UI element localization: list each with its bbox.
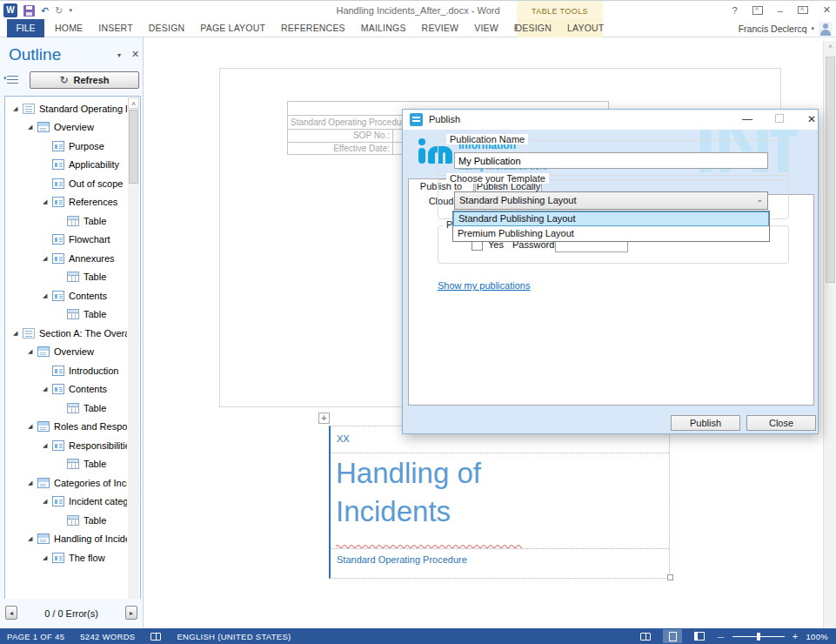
scroll-up-icon[interactable]: ˄ — [824, 43, 836, 50]
tree-item[interactable]: ◢The flow — [6, 548, 127, 567]
zoom-level[interactable]: 100% — [806, 632, 829, 641]
tree-item[interactable]: ◢Contents — [6, 380, 127, 399]
restore-icon[interactable] — [798, 6, 808, 14]
publication-name-input[interactable] — [454, 152, 768, 169]
expander-icon[interactable]: ◢ — [43, 292, 49, 299]
tree-item[interactable]: ◢Overview — [6, 343, 127, 362]
tree-item[interactable]: ◢Responsibilitie — [6, 436, 127, 455]
refresh-button[interactable]: ↻ Refresh — [30, 71, 139, 89]
tree-item[interactable]: ◢Annexures — [6, 249, 127, 268]
tree-item[interactable]: Flowchart — [6, 231, 127, 250]
ribbon-display-icon[interactable] — [752, 6, 763, 15]
tree-item[interactable]: ◢Overview — [6, 118, 127, 138]
expander-icon[interactable]: ◢ — [43, 498, 49, 505]
tree-item[interactable]: ◢Handling of Incide — [6, 530, 127, 549]
document-subtitle[interactable]: Standard Operating Procedure — [337, 554, 467, 565]
zoom-out-icon[interactable]: — — [717, 633, 724, 641]
tree-item[interactable]: Table — [6, 399, 127, 418]
tree-item[interactable]: ◢Contents — [6, 286, 127, 305]
ribbon-tab-home[interactable]: HOME — [47, 19, 90, 37]
tree-item[interactable]: Applicability — [6, 156, 127, 175]
tab-file[interactable]: FILE — [7, 19, 44, 37]
outline-levels-button[interactable] — [7, 72, 26, 88]
tree-item[interactable]: Out of scope — [6, 174, 127, 193]
expander-icon[interactable]: ◢ — [43, 386, 49, 392]
avatar[interactable] — [819, 22, 833, 36]
expander-icon[interactable]: ◢ — [43, 554, 49, 561]
ribbon-tab-mailings[interactable]: MAILINGS — [353, 19, 414, 37]
page-indicator[interactable]: PAGE 1 OF 45 — [7, 632, 64, 641]
tree-item[interactable]: Table — [6, 268, 127, 287]
pane-close-icon[interactable]: ✕ — [131, 49, 139, 60]
expander-icon[interactable]: ◢ — [28, 480, 34, 486]
expander-icon[interactable]: ◢ — [43, 198, 49, 205]
tree-item[interactable]: Table — [6, 305, 127, 325]
document-title[interactable]: Handling of Incidents — [336, 454, 481, 531]
expander-icon[interactable]: ◢ — [43, 442, 49, 449]
tree-item[interactable]: ◢Incident categ — [6, 493, 127, 512]
zoom-slider-thumb[interactable] — [757, 633, 760, 641]
dialog-close-icon[interactable]: ✕ — [807, 113, 816, 125]
dropdown-option[interactable]: Premium Publishing Layout — [453, 226, 769, 241]
tree-item[interactable]: ◢Roles and Respon — [6, 418, 127, 437]
tree-item[interactable]: Table — [6, 211, 127, 231]
tree-vscroll-thumb[interactable] — [129, 110, 138, 184]
expander-icon[interactable]: ◢ — [43, 255, 49, 262]
proofing-icon[interactable] — [150, 633, 161, 641]
dropdown-option[interactable]: Standard Publishing Layout — [453, 211, 769, 226]
template-combobox[interactable]: Standard Publishing Layout ⌄ — [454, 191, 768, 210]
expander-icon[interactable]: ◢ — [13, 330, 19, 337]
tree-vertical-scrollbar[interactable]: ˄ ˅ — [128, 97, 139, 618]
tree-item[interactable]: ◢Standard Operating Proce — [6, 99, 127, 118]
title-page-block[interactable]: XX Handling of Incidents Standard Operat… — [329, 426, 670, 579]
help-icon[interactable]: ? — [732, 5, 738, 16]
document-scroll-thumb[interactable] — [826, 57, 835, 283]
tree-item[interactable]: Table — [6, 455, 127, 474]
tree-item[interactable]: Introduction — [6, 361, 127, 380]
read-mode-button[interactable] — [636, 629, 655, 643]
expander-icon[interactable]: ◢ — [13, 105, 19, 112]
tree-item[interactable]: ◢Categories of Inci — [6, 473, 127, 493]
show-publications-link[interactable]: Show my publications — [438, 280, 530, 291]
effective-date-label[interactable]: Effective Date: — [288, 144, 390, 153]
close-button[interactable]: Close — [746, 415, 816, 431]
pane-options-icon[interactable]: ▾ — [117, 51, 121, 59]
document-scrollbar[interactable]: ˄ — [823, 41, 836, 628]
word-count[interactable]: 5242 WORDS — [80, 632, 135, 641]
tree-item[interactable]: ◢References — [6, 193, 127, 212]
next-error-button[interactable]: ▸ — [125, 606, 137, 620]
template-dropdown: Standard Publishing Layout Premium Publi… — [452, 211, 770, 242]
minimize-icon[interactable]: – — [778, 5, 783, 16]
ribbon-tab-references[interactable]: REFERENCES — [273, 19, 353, 37]
zoom-slider[interactable] — [732, 636, 785, 637]
table-move-handle[interactable]: + — [318, 413, 330, 424]
ribbon-tab-view[interactable]: VIEW — [466, 19, 506, 37]
publish-button[interactable]: Publish — [671, 415, 740, 431]
expander-icon[interactable]: ◢ — [28, 423, 34, 430]
print-layout-button[interactable] — [663, 629, 682, 643]
ribbon-tab-design[interactable]: DESIGN — [141, 19, 192, 37]
sop-table-title-cell[interactable]: Standard Operating Procedure — [291, 117, 409, 127]
account-area[interactable]: Francis Declercq ▾ — [739, 19, 833, 37]
ribbon-tab-insert[interactable]: INSERT — [90, 19, 141, 37]
close-icon[interactable]: ✕ — [823, 4, 831, 16]
table-resize-handle[interactable] — [667, 574, 673, 580]
dialog-maximize-icon[interactable] — [775, 114, 784, 123]
context-tab-design[interactable]: DESIGN — [508, 19, 559, 37]
tree-item[interactable]: Table — [6, 511, 127, 530]
tree-item[interactable]: Purpose — [6, 137, 127, 156]
block-code[interactable]: XX — [337, 433, 350, 444]
expander-icon[interactable]: ◢ — [28, 348, 34, 355]
web-layout-button[interactable] — [690, 629, 709, 643]
language-indicator[interactable]: ENGLISH (UNITED STATES) — [177, 632, 291, 641]
ribbon-tab-page-layout[interactable]: PAGE LAYOUT — [192, 19, 273, 37]
zoom-in-icon[interactable]: + — [793, 631, 799, 641]
context-tab-layout[interactable]: LAYOUT — [559, 19, 612, 37]
sop-number-label[interactable]: SOP No.: — [288, 131, 390, 140]
expander-icon[interactable]: ◢ — [28, 124, 34, 131]
ribbon-tab-review[interactable]: REVIEW — [414, 19, 467, 37]
expander-icon[interactable]: ◢ — [28, 535, 34, 542]
scroll-up-icon[interactable]: ˄ — [128, 97, 139, 109]
tree-item[interactable]: ◢Section A: The Overal — [6, 324, 127, 343]
dialog-minimize-icon[interactable]: — — [742, 113, 752, 125]
